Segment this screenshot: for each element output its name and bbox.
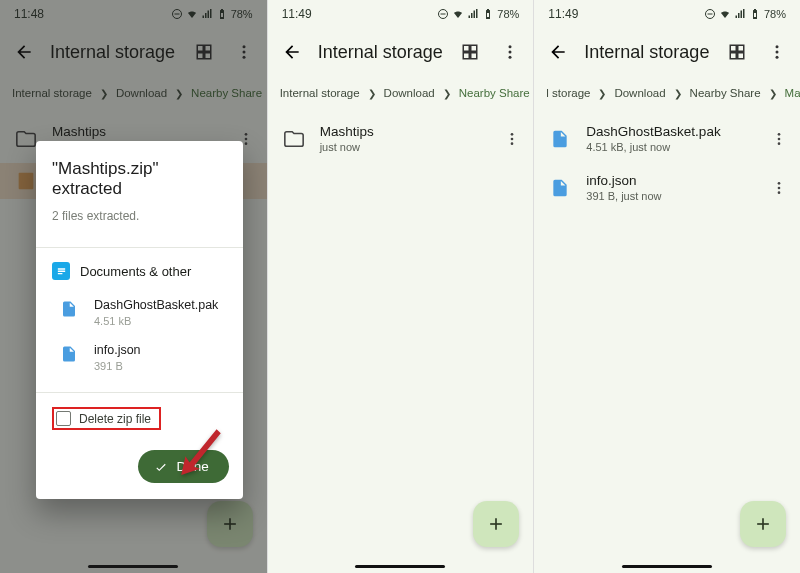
dialog-file-name: info.json: [94, 343, 141, 357]
file-name: info.json: [586, 173, 754, 188]
highlight-box: Delete zip file: [52, 407, 161, 430]
dialog-file-size: 391 B: [94, 360, 141, 372]
clock: 11:49: [282, 7, 312, 21]
status-bar: 11:49 78%: [534, 0, 800, 28]
chevron-right-icon: ❯: [598, 88, 606, 99]
breadcrumb-item[interactable]: Nearby Share: [459, 87, 530, 99]
breadcrumb-item[interactable]: Download: [614, 87, 665, 99]
done-button-label: Done: [176, 459, 208, 474]
dialog-title: "Mashtips.zip" extracted: [52, 159, 227, 199]
chevron-right-icon: ❯: [368, 88, 376, 99]
grid-icon: [461, 43, 479, 61]
list-item[interactable]: Mashtips just now: [268, 114, 534, 163]
dialog-file-size: 4.51 kB: [94, 315, 218, 327]
more-vert-icon: [771, 180, 787, 196]
file-meta: just now: [320, 141, 488, 153]
status-bar: 11:49 78%: [268, 0, 534, 28]
file-name: Mashtips: [320, 124, 488, 139]
item-more-button[interactable]: [768, 128, 790, 150]
phone-screen-b: 11:49 78% Internal storage Internal stor…: [267, 0, 534, 573]
svg-point-24: [778, 186, 781, 189]
phone-screen-a: 11:48 78% Internal storage Internal stor…: [0, 0, 267, 573]
dialog-file-row: info.json 391 B: [36, 333, 243, 378]
done-button[interactable]: Done: [138, 450, 228, 483]
add-fab[interactable]: [740, 501, 786, 547]
view-grid-button[interactable]: [455, 37, 485, 67]
svg-point-25: [778, 191, 781, 194]
list-item[interactable]: info.json 391 B, just now: [534, 163, 800, 212]
chevron-right-icon: ❯: [674, 88, 682, 99]
grid-icon: [728, 43, 746, 61]
dialog-section-label: Documents & other: [80, 264, 191, 279]
svg-point-19: [775, 56, 778, 59]
signal-icon: [734, 8, 746, 20]
check-icon: [154, 460, 168, 474]
file-meta: 4.51 kB, just now: [586, 141, 754, 153]
item-more-button[interactable]: [501, 128, 523, 150]
more-vert-icon: [771, 131, 787, 147]
more-vert-icon: [768, 43, 786, 61]
view-grid-button[interactable]: [722, 37, 752, 67]
folder-icon: [282, 127, 306, 151]
dialog-file-name: DashGhostBasket.pak: [94, 298, 218, 312]
svg-point-22: [778, 142, 781, 145]
back-button[interactable]: [276, 36, 308, 68]
delete-zip-row: Delete zip file: [36, 393, 243, 444]
breadcrumb-item[interactable]: Download: [384, 87, 435, 99]
svg-point-20: [778, 133, 781, 136]
more-vert-icon: [504, 131, 520, 147]
plus-icon: [486, 514, 506, 534]
back-button[interactable]: [542, 36, 574, 68]
svg-point-14: [511, 137, 514, 140]
dialog-section-header: Documents & other: [36, 248, 243, 288]
extract-dialog: "Mashtips.zip" extracted 2 files extract…: [36, 141, 243, 499]
svg-point-23: [778, 182, 781, 185]
svg-point-13: [511, 133, 514, 136]
dialog-subtitle: 2 files extracted.: [52, 209, 227, 223]
svg-point-15: [511, 142, 514, 145]
svg-point-11: [509, 51, 512, 54]
nav-pill: [355, 565, 445, 569]
file-name: DashGhostBasket.pak: [586, 124, 754, 139]
file-meta: 391 B, just now: [586, 190, 754, 202]
svg-point-18: [775, 51, 778, 54]
dnd-icon: [704, 8, 716, 20]
item-more-button[interactable]: [768, 177, 790, 199]
file-icon: [60, 345, 80, 365]
dnd-icon: [437, 8, 449, 20]
file-list: Mashtips just now: [268, 110, 534, 167]
add-fab[interactable]: [473, 501, 519, 547]
breadcrumb-item[interactable]: Internal storage: [280, 87, 360, 99]
chevron-right-icon: ❯: [769, 88, 777, 99]
breadcrumb-item[interactable]: Nearby Share: [690, 87, 761, 99]
plus-icon: [753, 514, 773, 534]
app-bar: Internal storage: [534, 28, 800, 76]
svg-point-12: [509, 56, 512, 59]
page-title: Internal storage: [318, 42, 446, 63]
delete-zip-label: Delete zip file: [79, 412, 151, 426]
file-list: DashGhostBasket.pak 4.51 kB, just now in…: [534, 110, 800, 216]
chevron-right-icon: ❯: [443, 88, 451, 99]
arrow-left-icon: [282, 42, 302, 62]
arrow-left-icon: [548, 42, 568, 62]
svg-point-17: [775, 45, 778, 48]
breadcrumb: Internal storage ❯ Download ❯ Nearby Sha…: [268, 76, 534, 110]
battery-pct: 78%: [497, 8, 519, 20]
breadcrumb: l storage ❯ Download ❯ Nearby Share ❯ Ma…: [534, 76, 800, 110]
battery-icon: [482, 8, 494, 20]
delete-zip-checkbox[interactable]: [56, 411, 71, 426]
more-button[interactable]: [762, 37, 792, 67]
file-icon: [548, 176, 572, 200]
phone-screen-c: 11:49 78% Internal storage l storage ❯ D…: [533, 0, 800, 573]
svg-point-21: [778, 137, 781, 140]
more-button[interactable]: [495, 37, 525, 67]
breadcrumb-item[interactable]: l storage: [546, 87, 590, 99]
wifi-icon: [719, 8, 731, 20]
breadcrumb-item[interactable]: Mashtips: [785, 87, 800, 99]
status-icons: 78%: [704, 8, 786, 20]
wifi-icon: [452, 8, 464, 20]
clock: 11:49: [548, 7, 578, 21]
file-icon: [548, 127, 572, 151]
list-item[interactable]: DashGhostBasket.pak 4.51 kB, just now: [534, 114, 800, 163]
page-title: Internal storage: [584, 42, 712, 63]
